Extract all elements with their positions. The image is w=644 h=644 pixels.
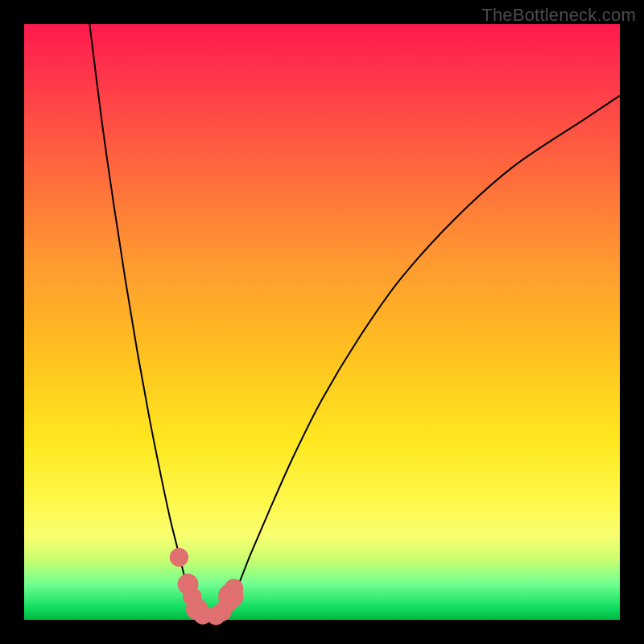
marker-group bbox=[170, 548, 244, 625]
watermark-text: TheBottleneck.com bbox=[481, 5, 636, 26]
chart-svg bbox=[24, 24, 620, 620]
curve-left bbox=[89, 24, 203, 615]
data-marker bbox=[170, 548, 188, 567]
curve-right bbox=[221, 96, 620, 615]
chart-frame bbox=[24, 24, 620, 620]
data-marker bbox=[218, 584, 243, 609]
